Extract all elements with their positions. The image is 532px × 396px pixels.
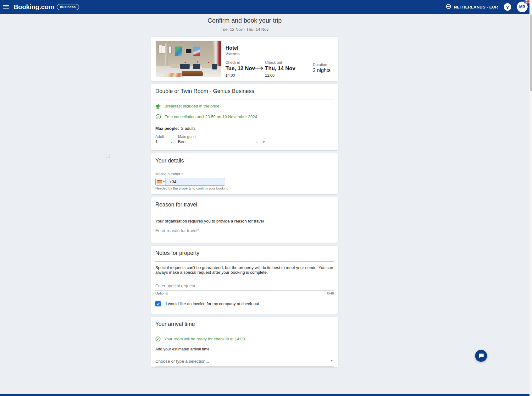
max-people-label: Max people: [155, 126, 179, 131]
breakfast-text: Breakfast included in the price [164, 104, 219, 108]
adult-count-value: 1 [155, 139, 158, 144]
invoice-checkbox-row[interactable]: I would like an invoice for my company a… [155, 301, 259, 306]
arrival-time-card: Your arrival time Your room will be read… [151, 317, 338, 367]
check-circle-icon [155, 336, 161, 342]
arrival-add-label: Add your estimated arrival time [155, 347, 209, 351]
hotel-city: Valencia [225, 52, 240, 56]
checkin-date: Tue, 12 Nov [225, 65, 255, 72]
top-navigation-bar: Booking.com business NETHERLANDS - EUR ?… [0, 0, 532, 14]
scrollbar-thumb[interactable] [530, 14, 532, 91]
notes-title: Notes for property [155, 250, 199, 256]
arrival-time-input[interactable] [155, 359, 334, 366]
arrival-title: Your arrival time [155, 321, 195, 327]
mobile-number-input[interactable] [166, 178, 225, 185]
details-title: Your details [155, 157, 184, 164]
divider [155, 213, 334, 213]
divider [155, 169, 334, 169]
optional-label: Optional [155, 291, 168, 295]
chat-bubble-icon [478, 353, 484, 359]
cancellation-row: Free cancellation until 23:59 on 10 Nove… [156, 114, 257, 119]
help-button[interactable]: ? [504, 3, 511, 11]
breakfast-row: Breakfast included in the price [156, 103, 219, 109]
chevron-down-icon [330, 360, 333, 361]
notes-description: Special requests can't be guaranteed, bu… [155, 265, 334, 275]
divider [155, 261, 334, 262]
globe-icon [446, 4, 451, 10]
chevron-down-icon [163, 181, 165, 183]
checkin-time: 14:00 [225, 73, 235, 78]
invoice-checkbox-label: I would like an invoice for my company a… [166, 301, 259, 306]
separator [260, 140, 260, 144]
main-guest-label: Main guest [178, 135, 197, 139]
trip-dates-subtitle: Tue, 12 Nov - Thu, 14 Nov [151, 27, 338, 32]
main-guest-field[interactable]: Ben × [178, 139, 265, 146]
reason-title: Reason for travel [155, 201, 197, 208]
scrollbar[interactable] [529, 0, 532, 396]
hotel-name: Hotel [225, 45, 238, 51]
chevron-down-icon[interactable] [263, 141, 265, 143]
brand-logo[interactable]: Booking.com business [14, 3, 79, 11]
main-content: Confirm and book your trip Tue, 12 Nov -… [151, 14, 338, 32]
adult-count-select[interactable]: 1 [155, 139, 174, 146]
loading-spinner [106, 154, 110, 158]
check-circle-icon [156, 114, 161, 119]
reason-for-travel-card: Reason for travel Your organisation requ… [151, 197, 338, 243]
your-details-card: Your details Mobile number * Needed by t… [151, 153, 338, 194]
booking-logo-text: Booking.com [14, 3, 54, 11]
mobile-number-label: Mobile number * [155, 172, 183, 176]
hotel-photo [156, 41, 221, 77]
hotel-summary-card: Hotel Valencia Check in Tue, 12 Nov 14:0… [151, 37, 338, 81]
region-currency-selector[interactable]: NETHERLANDS - EUR [446, 4, 498, 10]
cancellation-text: Free cancellation until 23:59 on 10 Nove… [164, 114, 257, 119]
duration-value: 2 nights [313, 68, 330, 73]
chevron-down-icon [170, 142, 173, 143]
adult-label: Adult [155, 135, 164, 139]
checkout-date: Thu, 14 Nov [265, 65, 295, 72]
room-card: Double or Twin Room - Genius Business Br… [151, 84, 338, 150]
reason-input[interactable] [155, 228, 334, 235]
question-mark-icon: ? [506, 4, 509, 10]
divider [155, 332, 334, 332]
max-people-value: 2 adults [181, 126, 196, 131]
menu-icon[interactable] [3, 5, 9, 9]
notes-for-property-card: Notes for property Special requests can'… [151, 246, 338, 314]
main-guest-value: Ben [178, 139, 186, 144]
char-counter: 0/46 [327, 291, 334, 295]
page-title: Confirm and book your trip [151, 17, 338, 24]
special-request-input[interactable] [155, 283, 334, 290]
region-label: NETHERLANDS - EUR [454, 5, 498, 9]
country-code-selector[interactable] [156, 178, 166, 185]
mobile-help-text: Needed by the property to confirm your b… [155, 186, 228, 190]
arrival-time-select[interactable] [155, 358, 334, 366]
avatar-initials: MB [519, 5, 525, 9]
clear-icon[interactable]: × [255, 140, 258, 144]
reason-description: Your organisation requires you to provid… [155, 219, 334, 223]
room-title: Double or Twin Room - Genius Business [155, 88, 254, 95]
checkout-label: Check out [265, 60, 282, 65]
invoice-checkbox[interactable] [155, 301, 161, 306]
phone-input-group [155, 178, 225, 186]
duration-label: Duration [313, 63, 327, 67]
coffee-cup-icon [156, 103, 161, 109]
checkin-label: Check in [225, 60, 240, 65]
checkout-time: 12:00 [265, 73, 274, 78]
spain-flag-icon [157, 180, 162, 184]
divider [155, 100, 334, 100]
footer-bar [0, 394, 532, 396]
max-people-row: Max people: 2 adults [155, 126, 196, 131]
room-ready-text: Your room will be ready for check-in at … [164, 337, 245, 341]
chat-button[interactable] [475, 350, 487, 362]
arrow-right-icon [251, 66, 264, 70]
room-ready-row: Your room will be ready for check-in at … [155, 336, 245, 342]
business-badge: business [57, 4, 79, 10]
